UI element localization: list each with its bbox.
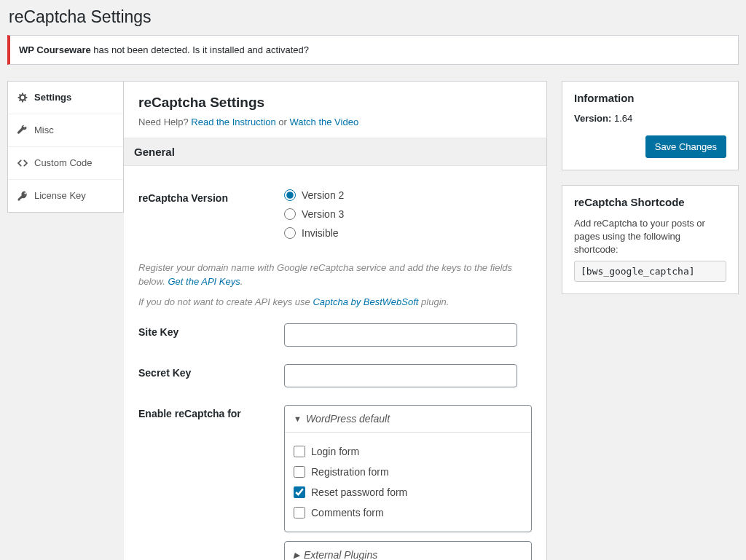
gear-icon [17, 92, 28, 103]
save-changes-button[interactable]: Save Changes [645, 135, 726, 158]
secret-key-input[interactable] [284, 364, 517, 387]
check-registration-form-input[interactable] [294, 466, 305, 478]
page-title: reCaptcha Settings [0, 0, 746, 31]
warning-notice: WP Courseware has not been detected. Is … [7, 35, 739, 65]
site-key-label: Site Key [138, 323, 284, 347]
sidebar: Settings Misc Custom Code License Key [7, 81, 124, 213]
captcha-bws-link[interactable]: Captcha by BestWebSoft [313, 296, 418, 307]
radio-version-3[interactable]: Version 3 [284, 208, 532, 220]
check-reset-password-form[interactable]: Reset password form [294, 482, 522, 502]
version-info: Version: 1.64 [574, 113, 726, 124]
secret-key-row: Secret Key [138, 355, 532, 396]
watch-video-link[interactable]: Watch the Video [289, 117, 358, 127]
radio-version-2[interactable]: Version 2 [284, 189, 532, 201]
section-general: General [124, 138, 546, 166]
sidebar-item-label: License Key [34, 190, 86, 201]
information-box: Information Version: 1.64 Save Changes [562, 81, 739, 170]
chevron-right-icon: ▶ [294, 551, 299, 560]
sidebar-item-custom-code[interactable]: Custom Code [8, 147, 123, 180]
radio-version-3-input[interactable] [284, 208, 296, 220]
shortcode-desc: Add reCaptcha to your posts or pages usi… [574, 217, 726, 257]
shortcode-box: reCaptcha Shortcode Add reCaptcha to you… [562, 185, 739, 295]
sidebar-item-misc[interactable]: Misc [8, 114, 123, 147]
sidebar-item-license-key[interactable]: License Key [8, 180, 123, 212]
check-reset-password-form-input[interactable] [294, 486, 305, 498]
notice-text: has not been detected. Is it installed a… [91, 44, 309, 55]
acc-wordpress-default-header[interactable]: ▼ WordPress default [285, 406, 531, 432]
information-title: Information [574, 92, 726, 104]
content-panel: reCaptcha Settings Need Help? Read the I… [124, 81, 547, 560]
site-key-input[interactable] [284, 323, 517, 347]
chevron-down-icon: ▼ [294, 414, 302, 423]
shortcode-title: reCaptcha Shortcode [574, 196, 726, 208]
version-row: reCaptcha Version Version 2 Version 3 In… [138, 181, 532, 255]
acc-external-plugins-header[interactable]: ▶ External Plugins [285, 542, 531, 560]
wrench-icon [17, 125, 28, 136]
sidebar-item-settings[interactable]: Settings [8, 82, 123, 114]
radio-version-2-input[interactable] [284, 189, 296, 201]
radio-invisible-input[interactable] [284, 227, 296, 239]
sidebar-item-label: Misc [34, 125, 54, 135]
check-login-form[interactable]: Login form [294, 441, 522, 462]
notice-strong: WP Courseware [19, 44, 91, 55]
code-icon [17, 157, 28, 169]
key-icon [17, 190, 28, 202]
get-api-keys-link[interactable]: Get the API Keys [168, 276, 240, 287]
help-line: Need Help? Read the Instruction or Watch… [138, 117, 532, 127]
sidebar-item-label: Settings [34, 92, 71, 103]
site-key-row: Site Key [138, 315, 532, 355]
check-comments-form-input[interactable] [294, 507, 305, 518]
acc-wordpress-default: ▼ WordPress default Login form Registrat… [284, 405, 532, 532]
read-instruction-link[interactable]: Read the Instruction [191, 117, 275, 127]
captcha-alt-hint: If you do not want to create API keys us… [138, 295, 532, 309]
shortcode-code[interactable]: [bws_google_captcha] [574, 261, 726, 282]
check-registration-form[interactable]: Registration form [294, 462, 522, 482]
version-label: reCaptcha Version [138, 189, 284, 246]
radio-invisible[interactable]: Invisible [284, 227, 532, 239]
acc-external-plugins: ▶ External Plugins [284, 541, 532, 560]
register-hint: Register your domain name with Google re… [138, 261, 532, 289]
enable-for-label: Enable reCaptcha for [138, 405, 284, 560]
secret-key-label: Secret Key [138, 364, 284, 387]
enable-for-row: Enable reCaptcha for ▼ WordPress default… [138, 396, 532, 560]
check-comments-form[interactable]: Comments form [294, 502, 522, 523]
sidebar-item-label: Custom Code [34, 157, 92, 168]
check-login-form-input[interactable] [294, 446, 305, 457]
panel-heading: reCaptcha Settings [138, 95, 532, 111]
